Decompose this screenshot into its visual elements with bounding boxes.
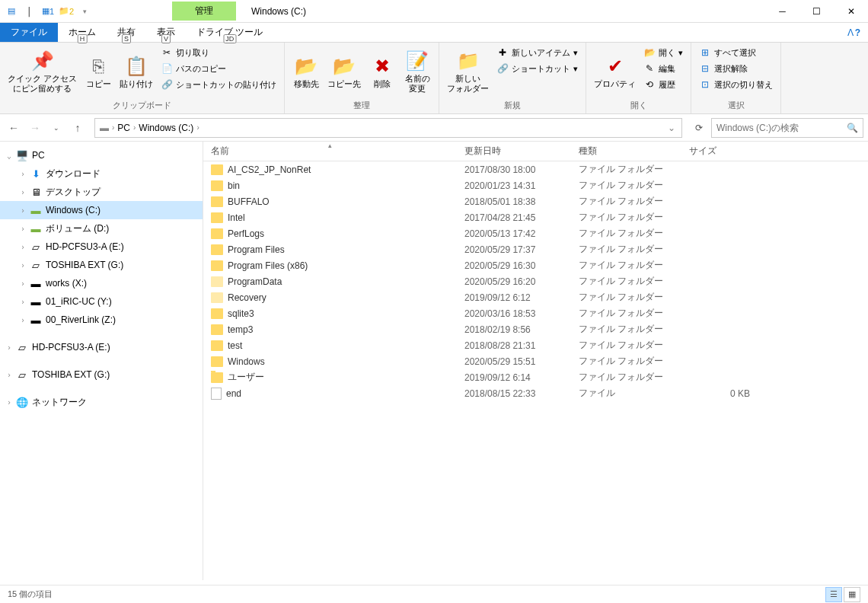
edit-button[interactable]: ✎編集	[640, 61, 686, 76]
expand-icon[interactable]: ›	[17, 206, 29, 215]
qat-dropdown-icon[interactable]: ▾	[76, 3, 93, 20]
column-header-date[interactable]: 更新日時	[457, 145, 571, 158]
tab-drive-tools[interactable]: ドライブ ツールJD	[186, 23, 273, 42]
navigation-pane[interactable]: ⌄🖥️PC›⬇ダウンロード›🖥デスクトップ›▬Windows (C:)›▬ボリュ…	[0, 142, 203, 580]
file-row[interactable]: Windows2020/05/29 15:51ファイル フォルダー	[203, 353, 868, 369]
expand-icon[interactable]: ›	[17, 243, 29, 251]
tree-item[interactable]: ›▬ボリューム (D:)	[0, 219, 203, 238]
tab-view[interactable]: 表示V	[146, 23, 186, 42]
close-button[interactable]: ✕	[834, 0, 868, 23]
properties-button[interactable]: ✔プロパティ	[591, 45, 639, 98]
expand-icon[interactable]: ›	[3, 343, 15, 352]
pin-button[interactable]: 📌クイック アクセス にピン留めする	[5, 45, 80, 98]
expand-icon[interactable]: ›	[17, 279, 29, 288]
qat-app-icon[interactable]: ▤	[3, 3, 20, 20]
expand-icon[interactable]: ›	[17, 298, 29, 306]
icons-view-button[interactable]: ▦	[844, 587, 860, 602]
open-button[interactable]: 📂開く ▾	[640, 45, 686, 60]
file-row[interactable]: sqlite32020/03/16 18:53ファイル フォルダー	[203, 305, 868, 321]
paste-shortcut-button[interactable]: 🔗ショートカットの貼り付け	[158, 77, 279, 92]
tree-item[interactable]: ›▱HD-PCFSU3-A (E:)	[0, 238, 203, 256]
copy-path-button[interactable]: 📄パスのコピー	[158, 61, 279, 76]
expand-icon[interactable]: ›	[17, 188, 29, 196]
up-button[interactable]: ↑	[69, 119, 87, 137]
tree-item[interactable]: ›▱TOSHIBA EXT (G:)	[0, 365, 203, 384]
file-row[interactable]: Intel2017/04/28 21:45ファイル フォルダー	[203, 209, 868, 225]
search-icon[interactable]: 🔍	[847, 123, 858, 133]
search-input[interactable]	[716, 123, 847, 133]
tab-file[interactable]: ファイル	[0, 23, 58, 42]
search-box[interactable]: 🔍	[711, 118, 863, 138]
minimize-button[interactable]: ─	[765, 0, 799, 23]
expand-icon[interactable]: ›	[17, 316, 29, 324]
tree-item[interactable]: ›▬00_RiverLink (Z:)	[0, 311, 203, 329]
new-item-button[interactable]: ✚新しいアイテム ▾	[493, 45, 581, 60]
qat-newfolder-icon[interactable]: 📁2	[58, 3, 75, 20]
file-row[interactable]: Program Files2020/05/29 17:37ファイル フォルダー	[203, 241, 868, 257]
tree-item[interactable]: ›▬Windows (C:)	[0, 201, 203, 219]
help-icon[interactable]: ?	[855, 27, 860, 38]
tree-item[interactable]: ›🖥デスクトップ	[0, 183, 203, 201]
back-button[interactable]: ←	[5, 119, 23, 137]
file-row[interactable]: temp32018/02/19 8:56ファイル フォルダー	[203, 321, 868, 337]
expand-icon[interactable]: ›	[3, 371, 15, 379]
invert-selection-button[interactable]: ⊡選択の切り替え	[696, 77, 776, 92]
tree-item[interactable]: ›▬01_iRIC-UC (Y:)	[0, 292, 203, 311]
address-drive-icon[interactable]: ▬	[98, 123, 110, 133]
file-row[interactable]: bin2020/01/23 14:31ファイル フォルダー	[203, 177, 868, 193]
paste-button[interactable]: 📋貼り付け	[116, 45, 156, 98]
address-dropdown-icon[interactable]: ⌄	[665, 123, 678, 133]
select-none-button[interactable]: ⊟選択解除	[696, 61, 776, 76]
tree-item[interactable]: ›🌐ネットワーク	[0, 393, 203, 411]
new-shortcut-button[interactable]: 🔗ショートカット ▾	[493, 61, 581, 76]
tree-item[interactable]: ⌄🖥️PC	[0, 146, 203, 164]
ribbon-collapse-button[interactable]: ᐱ ?	[840, 23, 868, 42]
cut-button[interactable]: ✂切り取り	[158, 45, 279, 60]
maximize-button[interactable]: ☐	[799, 0, 834, 23]
file-row[interactable]: end2018/08/15 22:33ファイル0 KB	[203, 385, 868, 401]
file-row[interactable]: Program Files (x86)2020/05/29 16:30ファイル …	[203, 257, 868, 273]
copy-button[interactable]: ⎘コピー	[81, 45, 115, 98]
qat-properties-icon[interactable]: ▦1	[40, 3, 56, 20]
breadcrumb-pc[interactable]: PC	[116, 123, 132, 133]
delete-button[interactable]: ✖削除	[365, 45, 399, 98]
file-row[interactable]: BUFFALO2018/05/01 18:38ファイル フォルダー	[203, 193, 868, 209]
file-row[interactable]: Recovery2019/09/12 6:12ファイル フォルダー	[203, 289, 868, 305]
expand-icon[interactable]: ›	[17, 225, 29, 233]
file-list[interactable]: AI_CS2_JP_NonRet2017/08/30 18:00ファイル フォル…	[203, 161, 868, 580]
history-button[interactable]: ⟲履歴	[640, 77, 686, 92]
column-header-name[interactable]: ▴名前	[203, 145, 457, 158]
file-row[interactable]: ProgramData2020/05/29 16:20ファイル フォルダー	[203, 273, 868, 289]
tree-item[interactable]: ›▱TOSHIBA EXT (G:)	[0, 256, 203, 274]
file-row[interactable]: AI_CS2_JP_NonRet2017/08/30 18:00ファイル フォル…	[203, 161, 868, 177]
expand-icon[interactable]: ›	[3, 398, 15, 407]
file-row[interactable]: ユーザー2019/09/12 6:14ファイル フォルダー	[203, 369, 868, 385]
copy-to-button[interactable]: 📂コピー先	[324, 45, 364, 98]
select-all-button[interactable]: ⊞すべて選択	[696, 45, 776, 60]
file-row[interactable]: test2018/08/28 21:31ファイル フォルダー	[203, 337, 868, 353]
move-to-button[interactable]: 📂移動先	[289, 45, 323, 98]
expand-icon[interactable]: ⌄	[3, 152, 15, 160]
expand-icon[interactable]: ›	[17, 170, 29, 178]
new-folder-button[interactable]: 📁新しい フォルダー	[444, 45, 492, 98]
tree-item[interactable]: ›▬works (X:)	[0, 274, 203, 292]
address-bar[interactable]: ▬ › PC › Windows (C:) › ⌄	[94, 118, 682, 138]
refresh-button[interactable]: ⟳	[690, 123, 708, 133]
chevron-icon[interactable]: ›	[110, 123, 116, 132]
chevron-icon[interactable]: ›	[132, 123, 137, 132]
expand-icon[interactable]: ›	[17, 261, 29, 270]
forward-button[interactable]: →	[26, 119, 44, 137]
tree-item[interactable]: ›⬇ダウンロード	[0, 164, 203, 183]
ribbon-group-clipboard: 📌クイック アクセス にピン留めする ⎘コピー 📋貼り付け ✂切り取り 📄パスの…	[0, 43, 285, 113]
recent-locations-button[interactable]: ⌄	[47, 119, 65, 137]
details-view-button[interactable]: ☰	[825, 587, 842, 602]
column-header-size[interactable]: サイズ	[681, 145, 758, 158]
tab-share[interactable]: 共有S	[107, 23, 146, 42]
chevron-icon[interactable]: ›	[195, 123, 200, 132]
column-header-type[interactable]: 種類	[571, 145, 681, 158]
file-row[interactable]: PerfLogs2020/05/13 17:42ファイル フォルダー	[203, 225, 868, 241]
breadcrumb-drive[interactable]: Windows (C:)	[137, 123, 195, 133]
rename-button[interactable]: 📝名前の 変更	[400, 45, 434, 98]
tree-item[interactable]: ›▱HD-PCFSU3-A (E:)	[0, 338, 203, 356]
tab-home[interactable]: ホームH	[58, 23, 107, 42]
